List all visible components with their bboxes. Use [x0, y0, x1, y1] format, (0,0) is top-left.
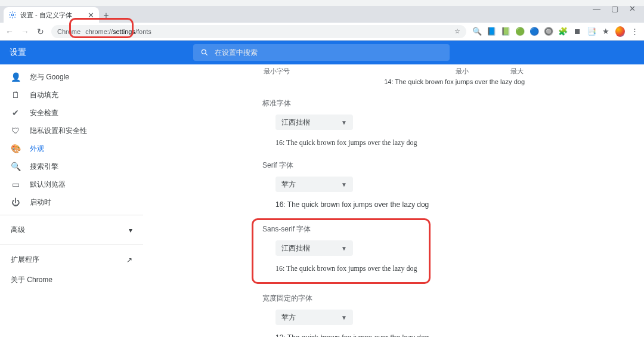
mono-font-select[interactable]: 苹方 ▼ — [275, 310, 353, 325]
browser-icon: ▭ — [11, 180, 20, 189]
external-link-icon: ↗ — [126, 256, 132, 264]
sidebar-item-you-and-google[interactable]: 👤 您与 Google — [0, 68, 143, 86]
url-path: /fonts — [135, 28, 151, 35]
chevron-down-icon: ▾ — [129, 226, 132, 234]
select-value: 苹方 — [281, 180, 296, 190]
chevron-down-icon: ▼ — [341, 119, 347, 126]
settings-header: 设置 在设置中搜索 — [0, 41, 644, 64]
ext-icon[interactable]: ★ — [601, 27, 611, 36]
sidebar-item-appearance[interactable]: 🎨 外观 — [0, 140, 143, 157]
serif-font-preview: 16: The quick brown fox jumps over the l… — [275, 200, 525, 209]
slider-max-label: 最大 — [510, 67, 524, 76]
power-icon: ⏻ — [11, 197, 20, 207]
chevron-down-icon: ▼ — [341, 245, 347, 252]
ext-icon[interactable]: 📗 — [501, 27, 510, 36]
chevron-down-icon: ▼ — [341, 314, 347, 321]
standard-font-label: 标准字体 — [262, 98, 525, 109]
serif-font-select[interactable]: 苹方 ▼ — [275, 177, 353, 192]
settings-content: 最小字号 最小 最大 14: The quick brown fox jumps… — [143, 64, 644, 337]
secure-origin: Chrome — [57, 28, 80, 35]
window-maximize[interactable]: ▢ — [611, 4, 618, 13]
sidebar-item-about[interactable]: 关于 Chrome — [0, 271, 143, 289]
sidebar-item-label: 搜索引擎 — [30, 162, 58, 172]
back-button[interactable]: ← — [5, 27, 14, 36]
palette-icon: 🎨 — [11, 144, 20, 153]
sidebar-item-extensions[interactable]: 扩展程序 ↗ — [0, 249, 143, 271]
window-close[interactable]: ✕ — [629, 4, 636, 13]
shield-icon: 🛡 — [11, 126, 20, 135]
clipboard-icon: 🗒 — [11, 90, 20, 100]
ext-icon[interactable]: 📘 — [487, 27, 496, 36]
browser-tab[interactable]: 设置 - 自定义字体 ✕ — [4, 7, 99, 23]
sidebar-item-label: 扩展程序 — [11, 255, 39, 265]
ext-icon[interactable]: 🔍 — [472, 27, 482, 36]
select-value: 苹方 — [281, 313, 296, 323]
kebab-menu-icon[interactable]: ⋮ — [630, 27, 639, 36]
sidebar-item-privacy[interactable]: 🛡 隐私设置和安全性 — [0, 122, 143, 140]
sidebar-item-label: 默认浏览器 — [30, 180, 66, 190]
svg-point-1 — [202, 50, 206, 54]
search-icon: 🔍 — [11, 162, 20, 171]
url-scheme: chrome:// — [85, 28, 113, 35]
standard-font-preview: 16: The quick brown fox jumps over the l… — [275, 138, 525, 147]
page-title: 设置 — [10, 47, 26, 58]
tab-title: 设置 - 自定义字体 — [20, 11, 72, 20]
svg-line-2 — [206, 54, 208, 55]
settings-sidebar: 👤 您与 Google 🗒 自动填充 ✔ 安全检查 🛡 隐私设置和安全性 🎨 外… — [0, 64, 143, 337]
sidebar-item-label: 您与 Google — [30, 72, 69, 82]
ext-icon[interactable]: 🧩 — [558, 27, 568, 36]
sidebar-item-label: 安全检查 — [30, 108, 58, 118]
gear-icon — [8, 11, 17, 19]
person-icon: 👤 — [11, 72, 20, 82]
sidebar-separator — [0, 245, 143, 245]
svg-point-0 — [11, 14, 14, 16]
mono-font-preview: 13: The quick brown fox jumps over the l… — [275, 333, 525, 337]
sidebar-item-label: 关于 Chrome — [11, 275, 52, 285]
chevron-down-icon: ▼ — [341, 181, 347, 188]
tab-strip: 设置 - 自定义字体 ✕ + — [0, 6, 644, 23]
sidebar-item-search-engine[interactable]: 🔍 搜索引擎 — [0, 157, 143, 175]
min-font-preview: 14: The quick brown fox jumps over the l… — [262, 78, 525, 85]
sidebar-advanced[interactable]: 高级 ▾ — [0, 219, 143, 241]
star-icon[interactable]: ☆ — [454, 27, 460, 35]
new-tab-button[interactable]: + — [99, 8, 113, 23]
sans-serif-font-label: Sans-serif 字体 — [262, 224, 525, 234]
sidebar-item-safety-check[interactable]: ✔ 安全检查 — [0, 104, 143, 122]
profile-avatar[interactable] — [615, 26, 625, 37]
window-minimize[interactable]: — — [593, 4, 600, 13]
reload-button[interactable]: ↻ — [36, 27, 45, 36]
extensions-row: 🔍 📘 📗 🟢 🔵 🔘 🧩 ⏹ 📑 ★ ⋮ — [472, 26, 639, 37]
slider-min-label: 最小 — [456, 67, 469, 76]
browser-toolbar: ← → ↻ Chrome chrome://settings/fonts ☆ 🔍… — [0, 23, 644, 41]
search-placeholder: 在设置中搜索 — [215, 48, 258, 58]
standard-font-select[interactable]: 江西拙楷 ▼ — [275, 115, 353, 130]
sidebar-item-label: 高级 — [11, 225, 25, 235]
forward-button: → — [20, 27, 30, 36]
ext-icon[interactable]: 🔵 — [530, 27, 539, 36]
select-value: 江西拙楷 — [281, 243, 310, 253]
check-shield-icon: ✔ — [11, 108, 20, 118]
sans-serif-font-preview: 16: The quick brown fox jumps over the l… — [275, 264, 525, 273]
sidebar-separator — [0, 215, 143, 215]
sidebar-item-on-startup[interactable]: ⏻ 启动时 — [0, 193, 143, 211]
ext-icon[interactable]: 🔘 — [544, 27, 553, 36]
window-titlebar: — ▢ ✕ — [0, 0, 644, 6]
close-icon[interactable]: ✕ — [88, 11, 94, 20]
url-host: settings — [113, 28, 135, 35]
min-font-size-label: 最小字号 — [264, 67, 290, 76]
ext-icon[interactable]: 🟢 — [515, 27, 525, 36]
sidebar-item-default-browser[interactable]: ▭ 默认浏览器 — [0, 175, 143, 193]
ext-icon[interactable]: 📑 — [587, 27, 596, 36]
address-bar[interactable]: Chrome chrome://settings/fonts ☆ — [51, 25, 466, 38]
sans-serif-font-select[interactable]: 江西拙楷 ▼ — [275, 240, 353, 256]
settings-app: 设置 在设置中搜索 👤 您与 Google 🗒 自动填充 ✔ 安全检查 🛡 — [0, 41, 644, 337]
sidebar-item-label: 自动填充 — [30, 90, 58, 100]
sidebar-item-autofill[interactable]: 🗒 自动填充 — [0, 86, 143, 104]
ext-icon[interactable]: ⏹ — [572, 27, 582, 36]
settings-search[interactable]: 在设置中搜索 — [193, 44, 450, 61]
sidebar-item-label: 隐私设置和安全性 — [30, 126, 87, 136]
mono-font-label: 宽度固定的字体 — [262, 293, 525, 304]
serif-font-label: Serif 字体 — [262, 160, 525, 171]
sidebar-item-label: 启动时 — [30, 197, 51, 208]
search-icon — [200, 48, 209, 57]
